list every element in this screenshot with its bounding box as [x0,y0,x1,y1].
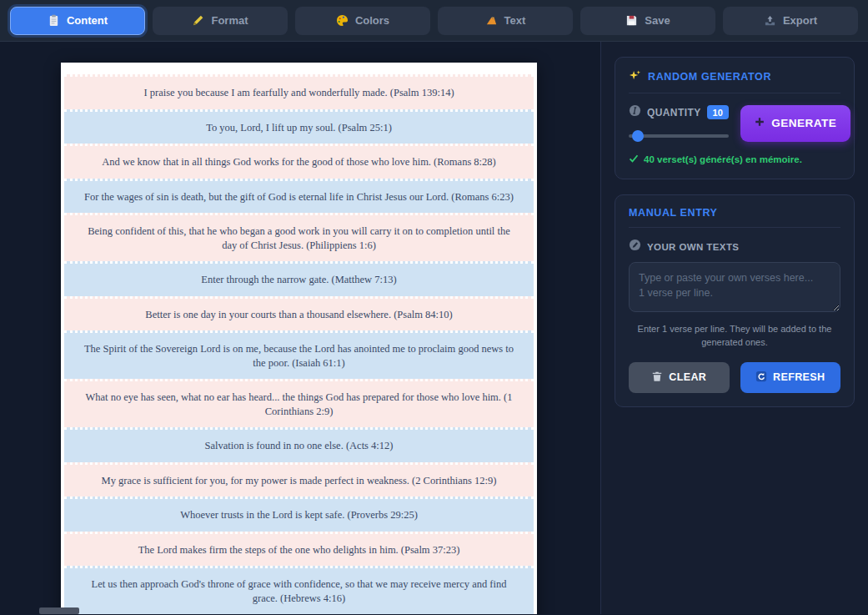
tab-save[interactable]: Save [580,7,715,35]
clear-button-label: CLEAR [669,371,706,383]
refresh-icon [755,371,767,385]
own-texts-input[interactable] [629,262,840,312]
tab-text[interactable]: Text [438,7,573,35]
trash-icon [651,371,663,385]
tab-export[interactable]: Export [723,7,858,35]
verse-row: Salvation is found in no one else. (Acts… [64,427,534,462]
verse-row: And we know that in all things God works… [64,144,534,179]
manual-entry-title: MANUAL ENTRY [629,207,718,219]
tab-label: Save [645,14,670,27]
slider-thumb[interactable] [632,130,644,142]
sidebar: RANDOM GENERATOR QUANTITY 10 [600,42,868,614]
tab-colors[interactable]: Colors [295,7,430,35]
manual-entry-panel: MANUAL ENTRY YOUR OWN TEXTS Enter 1 vers… [615,194,855,407]
generate-button-label: GENERATE [771,117,836,129]
generate-button[interactable]: GENERATE [740,105,850,142]
manual-entry-header: MANUAL ENTRY [629,207,840,228]
verse-row: The Spirit of the Sovereign Lord is on m… [64,330,534,379]
horizontal-scrollbar-thumb[interactable] [39,607,79,614]
toolbar: ContentFormatColorsTextSaveExport [0,0,868,42]
tab-label: Format [211,14,248,27]
your-own-texts-label: YOUR OWN TEXTS [647,242,739,252]
verse-row: Whoever trusts in the Lord is kept safe.… [64,497,534,532]
quantity-label: QUANTITY [647,107,701,118]
random-generator-panel: RANDOM GENERATOR QUANTITY 10 [615,57,855,179]
verse-row: My grace is sufficient for you, for my p… [64,462,534,497]
pencil-icon [192,14,204,27]
sparkles-icon [629,69,641,84]
quantity-slider[interactable] [629,130,729,142]
verse-card-page: I praise you because I am fearfully and … [61,63,537,614]
verse-row: For the wages of sin is death, but the g… [64,179,534,214]
tab-label: Colors [355,14,389,27]
check-icon [629,154,639,165]
slider-track[interactable] [629,134,729,138]
verse-row: I praise you because I am fearfully and … [64,74,534,109]
text-icon [485,14,498,27]
save-icon [625,14,638,27]
clipboard-icon [48,14,60,27]
quantity-icon [629,104,641,120]
verse-row: Being confident of this, that he who beg… [64,213,534,261]
edit-icon [629,239,641,255]
verse-row: Enter through the narrow gate. (Matthew … [64,261,534,296]
tab-content[interactable]: Content [10,7,145,35]
verse-row: What no eye has seen, what no ear has he… [64,379,534,427]
clear-button[interactable]: CLEAR [629,362,730,393]
tab-label: Text [504,14,526,27]
plus-icon [754,116,765,130]
verse-row: Better is one day in your courts than a … [64,296,534,331]
entry-help-text: Enter 1 verse per line. They will be add… [629,323,840,350]
verse-row: To you, Lord, I lift up my soul. (Psalm … [64,109,534,144]
verse-row: Let us then approach God's throne of gra… [64,566,534,614]
verse-row: The Lord makes firm the steps of the one… [64,532,534,567]
random-generator-title: RANDOM GENERATOR [648,71,771,83]
generator-status: 40 verset(s) généré(s) en mémoire. [629,154,840,165]
tab-format[interactable]: Format [153,7,288,35]
generator-status-text: 40 verset(s) généré(s) en mémoire. [644,154,802,164]
random-generator-header: RANDOM GENERATOR [629,69,840,93]
export-icon [764,14,776,27]
quantity-control: QUANTITY 10 [629,104,729,142]
palette-icon [336,14,349,27]
preview-canvas: I praise you because I am fearfully and … [0,42,600,614]
refresh-button-label: REFRESH [773,371,825,383]
tab-label: Content [67,14,108,27]
tab-label: Export [783,14,817,27]
main-area: I praise you because I am fearfully and … [0,42,868,614]
quantity-value-badge: 10 [707,105,729,119]
refresh-button[interactable]: REFRESH [740,362,841,393]
